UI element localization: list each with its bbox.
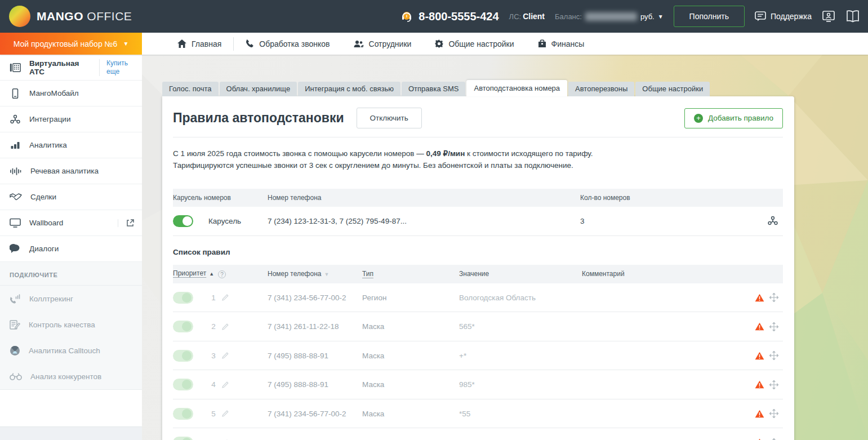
rule-row: 4 7 (495) 888-88-91 Маска 985*	[173, 370, 783, 399]
product-set-dropdown[interactable]: Мой продуктовый набор №6 ▼	[0, 33, 142, 55]
col-count: Кол-во номеров	[580, 194, 757, 202]
sidebar-item-analytics[interactable]: Аналитика	[0, 132, 142, 158]
edit-priority-icon[interactable]	[222, 294, 229, 301]
binoculars-icon	[10, 372, 22, 380]
rule-priority: 3	[208, 352, 219, 360]
warning-icon	[755, 380, 764, 389]
col-value: Значение	[459, 270, 582, 278]
nav-item-employees[interactable]: Сотрудники	[342, 37, 424, 51]
rule-toggle[interactable]	[173, 408, 193, 420]
carousel-integration-icon[interactable]	[767, 216, 778, 226]
rule-priority: 1	[208, 294, 219, 302]
tab-voicemail[interactable]: Голос. почта	[162, 82, 219, 96]
bar-chart-icon	[10, 141, 21, 150]
document-edit-icon	[10, 320, 20, 330]
knowledge-base-button[interactable]	[845, 10, 860, 23]
nav-item-settings[interactable]: Общие настройки	[423, 37, 526, 51]
support-label: Поддержка	[771, 12, 812, 21]
tab-number-substitution[interactable]: Автоподстановка номера	[466, 80, 567, 96]
main-area: Голос. почта Облач. хранилище Интеграция…	[142, 55, 868, 440]
warning-icon	[755, 294, 764, 302]
sidebar-item-mango-mobile[interactable]: МангоМобайл	[0, 81, 142, 106]
nav-item-calls[interactable]: Обработка звонков	[233, 37, 341, 51]
topup-button[interactable]: Пополнить	[674, 6, 745, 27]
edit-priority-icon[interactable]	[222, 410, 229, 417]
col-type-sort[interactable]: Тип	[362, 270, 373, 278]
buy-more-link[interactable]: Купить еще	[99, 59, 134, 76]
edit-priority-icon[interactable]	[222, 352, 229, 359]
col-priority-sort[interactable]: Приоритет	[173, 269, 206, 277]
rule-phone: 7 (495) 888-88-91	[268, 380, 362, 389]
plus-icon: +	[694, 114, 703, 123]
nav-item-home[interactable]: Главная	[166, 37, 233, 51]
rules-table-header: Приоритет▲? Номер телефона▼ Тип Значение…	[173, 265, 783, 283]
sidebar-item-quality-control[interactable]: Контроль качества	[0, 312, 142, 337]
tab-general-settings[interactable]: Общие настройки	[635, 82, 710, 96]
settings-tabs: Голос. почта Облач. хранилище Интеграция…	[162, 80, 868, 96]
tab-cloud-storage[interactable]: Облач. хранилище	[220, 82, 297, 96]
remote-assist-button[interactable]	[822, 10, 835, 23]
sidebar-item-label: МангоМобайл	[29, 89, 134, 97]
edit-priority-icon[interactable]	[222, 323, 229, 330]
disable-button[interactable]: Отключить	[357, 108, 422, 128]
gear-icon	[435, 39, 443, 48]
add-rule-button[interactable]: + Добавить правило	[684, 108, 783, 128]
sidebar-item-wallboard[interactable]: Wallboard	[0, 210, 142, 236]
phone-icon	[246, 39, 254, 48]
support-phone-number: 8-800-5555-424	[419, 10, 498, 23]
rule-toggle[interactable]	[173, 292, 193, 304]
balance-caret-icon[interactable]: ▼	[658, 14, 664, 20]
sidebar-item-calltracking[interactable]: Коллтрекинг	[0, 286, 142, 312]
nav-item-finance[interactable]: Финансы	[526, 37, 597, 51]
rule-row: 2 7 (341) 261-11-22-18 Маска 565*	[173, 312, 783, 341]
rule-value: 565*	[459, 322, 582, 331]
move-handle-icon[interactable]	[769, 409, 778, 418]
monitor-icon	[10, 218, 21, 228]
brand-logo[interactable]: MANGO OFFICE	[9, 6, 132, 27]
rule-priority: 2	[208, 322, 219, 331]
nav-label: Сотрудники	[369, 39, 412, 48]
support-button[interactable]: Поддержка	[755, 11, 812, 21]
rule-type: Регион	[362, 294, 459, 302]
move-handle-icon[interactable]	[769, 380, 778, 389]
notice-text: Тарифицируются успешные звонки от 3 сек …	[173, 161, 573, 170]
sidebar-item-deals[interactable]: Сделки	[0, 184, 142, 210]
rule-toggle[interactable]	[173, 437, 193, 440]
tab-sms[interactable]: Отправка SMS	[402, 82, 465, 96]
sidebar-item-virtual-pbx[interactable]: Виртуальная АТС Купить еще	[0, 55, 142, 81]
balance-info[interactable]: Баланс: руб. ▼	[555, 12, 664, 21]
carousel-name: Карусель	[208, 217, 241, 225]
account-label: ЛС:	[509, 12, 522, 21]
sidebar-item-label: Анализ конкурентов	[30, 372, 134, 381]
tab-mobile-integration[interactable]: Интеграция с моб. связью	[298, 82, 400, 96]
warning-icon	[755, 410, 764, 418]
carousel-table-header: Карусель номеров Номер телефона Кол-во н…	[173, 189, 783, 207]
account-info: ЛС:Client	[509, 12, 545, 21]
content-card: Правила автоподстановки Отключить + Доба…	[162, 96, 794, 440]
tab-autocallback[interactable]: Автоперезвоны	[568, 82, 634, 96]
warning-icon	[755, 322, 764, 331]
calltouch-icon	[10, 345, 20, 356]
rule-toggle[interactable]	[173, 321, 193, 332]
waveform-icon	[10, 167, 22, 176]
rule-type: Маска	[362, 352, 459, 360]
carousel-toggle[interactable]	[173, 215, 193, 227]
rule-toggle[interactable]	[173, 350, 193, 362]
sidebar-item-label: Контроль качества	[29, 321, 134, 329]
pbx-icon	[10, 63, 21, 72]
external-link-icon[interactable]	[118, 219, 134, 227]
sidebar-item-dialogs[interactable]: Диалоги	[0, 236, 142, 262]
rule-toggle[interactable]	[173, 379, 193, 390]
move-handle-icon[interactable]	[769, 322, 778, 331]
carousel-count: 3	[580, 217, 757, 225]
edit-priority-icon[interactable]	[222, 381, 229, 388]
sidebar-item-calltouch[interactable]: Аналитика Calltouch	[0, 337, 142, 363]
priority-help-icon[interactable]: ?	[218, 270, 226, 278]
sidebar-item-speech-analytics[interactable]: Речевая аналитика	[0, 158, 142, 184]
rule-type: Маска	[362, 410, 459, 418]
move-handle-icon[interactable]	[769, 293, 778, 302]
sidebar-item-integrations[interactable]: Интеграции	[0, 106, 142, 132]
sidebar-item-competitor-analysis[interactable]: Анализ конкурентов	[0, 363, 142, 389]
move-handle-icon[interactable]	[769, 351, 778, 360]
move-handle-icon[interactable]	[769, 438, 778, 440]
